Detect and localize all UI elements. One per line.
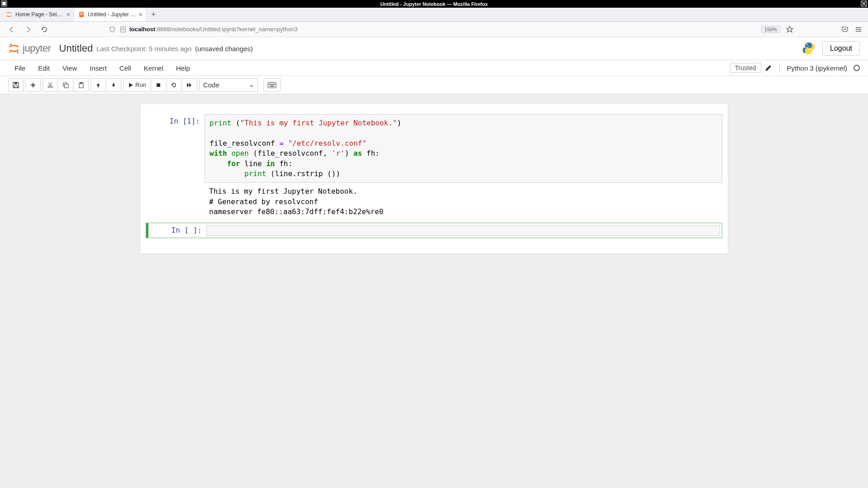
- os-titlebar: Untitled - Jupyter Notebook — Mozilla Fi…: [0, 0, 868, 8]
- svg-rect-40: [273, 84, 274, 85]
- svg-point-16: [17, 52, 19, 53]
- cell-prompt: In [ ]:: [148, 223, 206, 238]
- notebook-favicon-icon: [78, 11, 85, 18]
- browser-url-bar: localhost:8888/notebooks/Untitled.ipynb?…: [0, 22, 868, 37]
- new-tab-button[interactable]: +: [147, 10, 161, 19]
- svg-rect-1: [2, 2, 6, 5]
- zoom-level-badge[interactable]: 150%: [761, 26, 780, 33]
- svg-rect-7: [80, 14, 83, 14]
- nav-forward-button[interactable]: [22, 23, 34, 36]
- jupyter-logo-text: jupyter: [23, 43, 51, 54]
- cell-type-select-wrap[interactable]: Code: [199, 78, 258, 92]
- svg-rect-38: [270, 84, 271, 85]
- menu-cell[interactable]: Cell: [113, 60, 138, 76]
- svg-rect-9: [121, 27, 125, 32]
- restart-run-all-button[interactable]: [182, 78, 197, 92]
- svg-point-15: [10, 43, 12, 45]
- svg-rect-6: [80, 13, 83, 13]
- insert-cell-button[interactable]: [25, 78, 41, 92]
- trusted-badge[interactable]: Trusted: [730, 63, 761, 73]
- url-field[interactable]: localhost:8888/notebooks/Untitled.ipynb?…: [109, 26, 694, 33]
- nav-reload-button[interactable]: [38, 23, 51, 36]
- svg-point-25: [48, 86, 50, 88]
- os-menu-icon[interactable]: [1, 0, 7, 7]
- cut-button[interactable]: [43, 78, 58, 92]
- jupyter-favicon-icon: [5, 11, 13, 18]
- shield-icon: [109, 26, 116, 33]
- svg-rect-37: [269, 84, 270, 85]
- cell-output: This is my first Jupyter Notebook. # Gen…: [205, 183, 722, 217]
- interrupt-button[interactable]: [151, 78, 167, 92]
- svg-rect-36: [268, 82, 276, 88]
- menu-file[interactable]: File: [8, 60, 32, 76]
- browser-tab-notebook[interactable]: Untitled - Jupyter Notebo ×: [74, 8, 147, 21]
- run-label: Run: [135, 81, 146, 88]
- toolbar: Run Code: [0, 76, 868, 94]
- kernel-name[interactable]: Python 3 (ipykernel): [787, 64, 847, 72]
- python-logo-icon: [801, 41, 816, 56]
- notebook-container: In [1]: print ("This is my first Jupyter…: [140, 104, 728, 254]
- menu-kernel[interactable]: Kernel: [138, 60, 170, 76]
- os-close-icon[interactable]: [861, 0, 867, 7]
- svg-rect-35: [157, 83, 160, 87]
- logout-button[interactable]: Logout: [822, 41, 860, 56]
- move-down-button[interactable]: [106, 78, 121, 92]
- menu-help[interactable]: Help: [170, 60, 196, 76]
- nav-back-button[interactable]: [5, 23, 18, 36]
- svg-rect-42: [270, 86, 274, 86]
- command-palette-button[interactable]: [263, 78, 281, 92]
- pocket-icon[interactable]: [841, 25, 849, 33]
- url-host: localhost:8888/notebooks/Untitled.ipynb?…: [129, 26, 298, 33]
- svg-rect-41: [274, 84, 275, 85]
- svg-rect-8: [80, 14, 83, 15]
- tab-close-icon[interactable]: ×: [139, 11, 143, 18]
- svg-point-26: [51, 86, 52, 88]
- code-cell-selected[interactable]: In [ ]:: [146, 223, 722, 238]
- hamburger-menu-icon[interactable]: [854, 25, 863, 33]
- svg-point-18: [806, 44, 808, 45]
- checkpoint-text: Last Checkpoint: 5 minutes ago: [96, 45, 191, 53]
- move-up-button[interactable]: [91, 78, 106, 92]
- cell-type-select[interactable]: Code: [199, 78, 258, 92]
- svg-point-19: [810, 52, 811, 53]
- cell-prompt: In [1]:: [146, 114, 205, 217]
- run-button[interactable]: Run: [123, 78, 151, 92]
- svg-rect-30: [65, 84, 68, 88]
- jupyter-header: jupyter Untitled Last Checkpoint: 5 minu…: [0, 37, 868, 60]
- svg-rect-39: [272, 84, 272, 85]
- tab-title: Untitled - Jupyter Notebo: [88, 11, 136, 18]
- page-info-icon: [119, 26, 127, 33]
- notebook-area: In [1]: print ("This is my first Jupyter…: [0, 94, 868, 263]
- os-window-title: Untitled - Jupyter Notebook — Mozilla Fi…: [380, 1, 488, 7]
- kernel-idle-icon: [854, 65, 860, 71]
- tab-title: Home Page - Select or cr: [15, 11, 64, 18]
- svg-rect-21: [14, 82, 17, 84]
- copy-button[interactable]: [58, 78, 73, 92]
- svg-point-17: [10, 52, 11, 53]
- jupyter-logo-icon: [8, 43, 20, 54]
- edit-mode-icon[interactable]: [765, 64, 772, 72]
- menu-bar: File Edit View Insert Cell Kernel Help T…: [0, 60, 868, 76]
- code-input[interactable]: print ("This is my first Jupyter Noteboo…: [205, 114, 722, 183]
- code-input[interactable]: [206, 225, 720, 236]
- menu-edit[interactable]: Edit: [32, 60, 56, 76]
- tab-close-icon[interactable]: ×: [67, 11, 70, 18]
- svg-rect-22: [14, 86, 18, 87]
- svg-rect-32: [80, 82, 82, 84]
- save-button[interactable]: [8, 78, 24, 92]
- unsaved-changes-text: (unsaved changes): [195, 45, 253, 53]
- browser-tab-strip: Home Page - Select or cr × Untitled - Ju…: [0, 8, 868, 22]
- notebook-name[interactable]: Untitled: [59, 43, 93, 54]
- browser-tab-home[interactable]: Home Page - Select or cr ×: [2, 8, 74, 21]
- menu-view[interactable]: View: [56, 60, 83, 76]
- jupyter-logo[interactable]: jupyter: [8, 43, 51, 54]
- code-cell[interactable]: In [1]: print ("This is my first Jupyter…: [146, 114, 722, 217]
- restart-button[interactable]: [167, 78, 182, 92]
- bookmark-star-icon[interactable]: [786, 25, 794, 33]
- divider: [779, 63, 780, 73]
- menu-insert[interactable]: Insert: [83, 60, 113, 76]
- paste-button[interactable]: [73, 78, 89, 92]
